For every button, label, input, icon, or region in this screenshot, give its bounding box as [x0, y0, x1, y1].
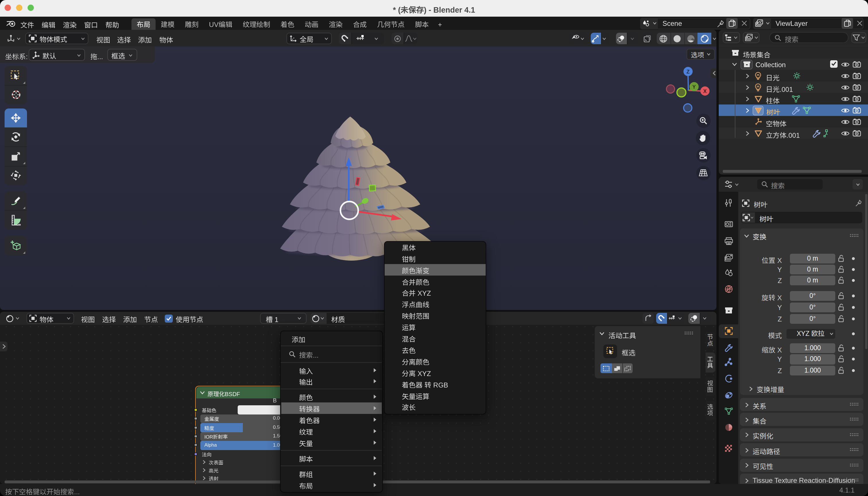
svg-text:Z: Z	[686, 69, 690, 75]
svg-text:X: X	[703, 89, 707, 94]
svg-text:Y: Y	[692, 84, 696, 90]
